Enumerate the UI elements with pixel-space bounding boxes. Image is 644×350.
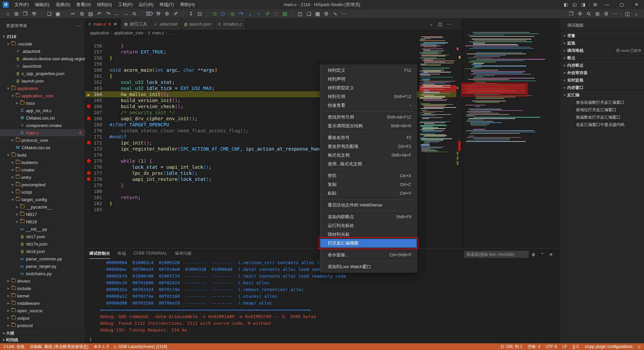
filter-menu-icon[interactable]: ≣ [529, 252, 538, 257]
debug-session-status[interactable]: ▷ GDB Launch(Acore) (2118) [114, 344, 167, 349]
breakpoint-gutter[interactable] [85, 55, 92, 61]
breakpoint-gutter[interactable] [85, 97, 92, 103]
tree-item-application_core[interactable]: >application_core [0, 92, 85, 99]
menu-item[interactable]: 文件(F) [11, 0, 32, 9]
breakpoint-gutter[interactable] [85, 116, 92, 122]
menu-item[interactable]: 工程(P) [115, 0, 135, 9]
close-button[interactable]: ✕ [629, 0, 644, 9]
tree-item-entry[interactable]: >entry [0, 173, 85, 181]
indent-setting[interactable]: 空格: 4 [528, 344, 540, 350]
menu-item-命令面板...[interactable]: 命令面板...Ctrl+Shift+P [320, 251, 417, 259]
tab-close-icon[interactable]: ✕ [114, 22, 117, 27]
menu-item-添加内联断点[interactable]: 添加内联断点Shift+F9 [320, 213, 417, 221]
tree-item-.vscode[interactable]: >.vscode [0, 40, 85, 47]
tree-item-NB17[interactable]: >NB17 [0, 211, 85, 218]
tree-item-nb18.json[interactable]: {}nb18.json [0, 248, 85, 255]
cpp-config[interactable]: c/cpp plugin configurations [585, 344, 633, 349]
step-into-icon[interactable]: ↓ [246, 10, 254, 18]
tree-item-drivers[interactable]: >drivers [0, 277, 85, 285]
menu-item-重命名符号[interactable]: 重命名符号F2 [320, 133, 417, 142]
tree-item-middleware[interactable]: >middleware [0, 299, 85, 307]
tree-item-target_config[interactable]: >target_config [0, 196, 85, 203]
breakpoint-gutter[interactable] [85, 194, 92, 200]
console-prompt[interactable]: ⟩ [89, 337, 92, 342]
menu-item-转到定义[interactable]: 转到定义F12 [320, 66, 417, 75]
chevron-right-icon[interactable]: > [14, 220, 19, 224]
new-project-icon[interactable]: ⊞ [12, 10, 21, 18]
attach-icon[interactable]: ◎ [228, 10, 237, 18]
menu-item-更改所有匹配项[interactable]: 更改所有匹配项Ctrl+F2 [320, 142, 417, 151]
rebuild-icon[interactable]: ⚙ [163, 10, 171, 18]
chevron-down-icon[interactable]: > [2, 34, 6, 39]
step-out-icon[interactable]: ↑ [254, 10, 263, 18]
tree-item-nb17e.json[interactable]: {}nb17e.json [0, 240, 85, 248]
menu-item[interactable]: 选择(S) [53, 0, 73, 9]
build-icon[interactable]: ⚒ [154, 10, 163, 18]
tree-item-CMakeLists.txt[interactable]: MCMakeLists.txt [0, 114, 85, 122]
panel-tab-编译问题[interactable]: 编译问题 [175, 249, 192, 259]
menu-item-显示调用层次结构[interactable]: 显示调用层次结构Shift+Alt+H [320, 122, 417, 130]
debug-section-反汇编[interactable]: >反汇编 [560, 91, 644, 99]
debug-section-变量[interactable]: >变量 [560, 32, 644, 39]
ide-settings-icon[interactable]: ⚙ [322, 10, 331, 18]
menu-item[interactable]: 帮助(H) [177, 0, 198, 9]
stack-analysis-icon[interactable]: ❏ [304, 10, 313, 18]
tree-item-launch.json[interactable]: {}launch.json [0, 77, 85, 85]
chevron-right-icon[interactable]: > [10, 183, 15, 187]
chevron-right-icon[interactable]: > [6, 279, 10, 283]
breakpoint-gutter[interactable] [85, 152, 92, 158]
tree-item-parse_common.py[interactable]: pyparse_common.py [0, 255, 85, 262]
breakpoint-gutter[interactable] [85, 79, 92, 85]
clean-icon[interactable]: ✐ [171, 10, 180, 18]
target-board-status[interactable]: 目标板: 离线 (单击检查连接状态) [30, 344, 89, 350]
breakpoint-gutter[interactable] [85, 73, 92, 79]
menu-item-转到引用[interactable]: 转到引用Shift+F12 [320, 92, 417, 101]
menu-item-使用...格式化文档[interactable]: 使用...格式化文档 [320, 160, 417, 168]
menu-item-打开反汇编视图[interactable]: 打开反汇编视图 [320, 239, 417, 248]
chevron-right-icon[interactable]: > [14, 205, 19, 209]
tree-item-kernel[interactable]: >kernel [0, 292, 85, 299]
chevron-down-icon[interactable]: > [6, 41, 10, 46]
chevron-right-icon[interactable]: > [14, 101, 19, 105]
breadcrumb-item[interactable]: main.c [152, 31, 164, 35]
tree-item-include[interactable]: >include [0, 285, 85, 292]
debug-section-内存窗口[interactable]: >内存窗口 [560, 84, 644, 91]
chevron-down-icon[interactable]: > [11, 197, 14, 202]
encoding[interactable]: UTF-8 [546, 344, 557, 349]
chevron-right-icon[interactable]: > [6, 316, 10, 320]
editor-more-icon[interactable]: ⋯ [447, 22, 451, 27]
tree-item-application[interactable]: >application [0, 85, 85, 92]
menu-item-复制[interactable]: 复制Ctrl+C [320, 180, 417, 189]
analyzer-icon[interactable]: ∿ [331, 10, 340, 18]
tree-item-precompiled[interactable]: >precompiled [0, 181, 85, 188]
chevron-right-icon[interactable]: > [6, 301, 10, 305]
serial-monitor-icon[interactable]: ◫ [296, 10, 304, 18]
panel-tab-终端[interactable]: 终端 [118, 249, 126, 259]
breakpoint-gutter[interactable] [85, 146, 92, 152]
cursor-position[interactable]: 行 159, 列 1 [501, 344, 522, 350]
tree-item-2118[interactable]: >2118 [0, 33, 85, 40]
breakpoint-gutter[interactable] [85, 164, 92, 170]
tree-item-riscv[interactable]: >riscv [0, 99, 85, 107]
paste-icon[interactable]: ▤ [86, 10, 95, 18]
breakpoint-gutter[interactable] [85, 188, 92, 194]
eol-setting[interactable]: LF [562, 344, 567, 349]
tree-item-__init__.py[interactable]: py__init__.py [0, 225, 85, 233]
breadcrumb-item[interactable]: application [90, 31, 109, 35]
memory-layout-icon[interactable]: ▦ [313, 10, 322, 18]
navigate-back-icon[interactable]: ← [112, 10, 121, 18]
section-大纲[interactable]: >大纲 [0, 330, 85, 337]
menu-item-快速查看[interactable]: 快速查看› [320, 101, 417, 110]
toggle-panel-icon[interactable]: ◱ [570, 2, 579, 7]
more-actions-icon[interactable]: ⋯ [611, 10, 619, 18]
tree-item-nb17.json[interactable]: {}nb17.json [0, 233, 85, 240]
debug-section-调用堆栈[interactable]: >调用堆栈因 reset 已暂停 [560, 47, 644, 54]
filter-input[interactable] [464, 251, 529, 258]
layout-grid-icon[interactable]: ⊞ [593, 10, 602, 18]
step-over-icon[interactable]: ↷ [237, 10, 246, 18]
menu-item-剪切[interactable]: 剪切Ctrl+X [320, 171, 417, 180]
breakpoint-gutter[interactable] [85, 206, 92, 213]
split-editor-icon[interactable]: ◫ [438, 22, 442, 27]
breadcrumb-item[interactable]: ... [169, 31, 172, 35]
more-tools-icon[interactable]: ⋯ [340, 10, 348, 18]
